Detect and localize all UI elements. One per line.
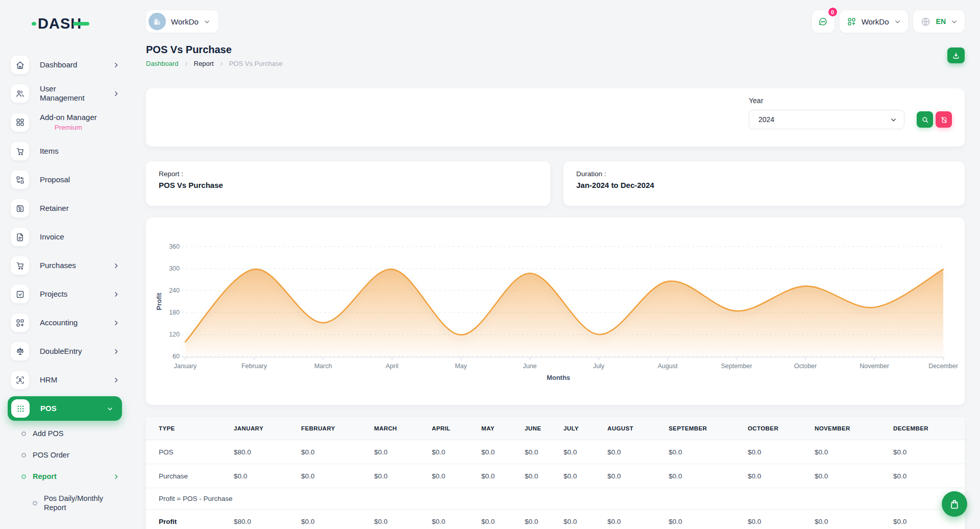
chart-card: 60120180240300360JanuaryFebruaryMarchApr… xyxy=(146,218,965,405)
sidebar-subitem-label: Report xyxy=(33,472,57,480)
sidebar-item-accounting[interactable]: Accounting xyxy=(0,308,133,337)
table-header-may: MAY xyxy=(481,417,525,440)
breadcrumb-link-dashboard[interactable]: Dashboard xyxy=(146,60,179,67)
chevron-right-icon xyxy=(113,291,119,298)
sidebar-subitem-report[interactable]: Report xyxy=(0,466,133,487)
table-header-row: TYPEJANUARYFEBRUARYMARCHAPRILMAYJUNEJULY… xyxy=(146,417,965,440)
table-header-october: OCTOBER xyxy=(748,417,815,440)
bullet-icon xyxy=(21,431,26,436)
chevron-right-icon xyxy=(184,61,189,66)
breadcrumb-item-report[interactable]: Report xyxy=(194,60,214,67)
table-cell: $0.0 xyxy=(815,464,893,488)
sidebar-item-add-on-manager[interactable]: Add-on ManagerPremium xyxy=(0,108,133,137)
row-label: Profit xyxy=(146,510,234,529)
table-cell: $0.0 xyxy=(748,464,815,488)
table-cell: $0.0 xyxy=(374,440,432,464)
sidebar-subitem-pos-daily-monthly-report[interactable]: Pos Daily/Monthly Report xyxy=(0,487,133,519)
chevron-right-icon xyxy=(113,62,119,68)
bullet-icon xyxy=(33,501,37,506)
table-header-january: JANUARY xyxy=(234,417,301,440)
year-select[interactable]: 2024 xyxy=(749,110,904,129)
table-row-pos: POS$80.0$0.0$0.0$0.0$0.0$0.0$0.0$0.0$0.0… xyxy=(146,440,965,464)
language-label: EN xyxy=(936,17,946,26)
search-button[interactable] xyxy=(917,111,933,128)
table-cell: $0.0 xyxy=(815,440,893,464)
summary-cards: Report : POS Vs Purchase Duration : Jan-… xyxy=(146,161,965,206)
table-header-december: DECEMBER xyxy=(893,417,965,440)
table-cell: $0.0 xyxy=(481,510,525,529)
table-header-april: APRIL xyxy=(432,417,481,440)
sidebar-subitem-add-pos[interactable]: Add POS xyxy=(0,423,133,444)
table-cell: $0.0 xyxy=(564,510,607,529)
chevron-right-icon xyxy=(113,262,119,269)
app-logo[interactable]: DASH xyxy=(32,15,133,32)
table-cell: $0.0 xyxy=(669,440,748,464)
reset-filter-button[interactable] xyxy=(936,111,952,128)
table-cell: $0.0 xyxy=(607,464,669,488)
sidebar-item-hrm[interactable]: HRM xyxy=(0,366,133,394)
sidebar-item-label: Proposal xyxy=(40,175,70,184)
apps-menu-button[interactable]: WorkDo xyxy=(840,10,908,33)
messages-button[interactable]: 0 xyxy=(812,10,835,33)
language-menu-button[interactable]: EN xyxy=(913,10,965,33)
table-header-november: NOVEMBER xyxy=(815,417,893,440)
sidebar-item-label: Invoice xyxy=(40,232,64,242)
building-icon xyxy=(152,16,162,27)
sidebar-subitem-pos-order[interactable]: POS Order xyxy=(0,444,133,466)
table-cell: $0.0 xyxy=(893,440,965,464)
company-switcher[interactable]: WorkDo xyxy=(146,10,218,33)
sidebar-item-retainer[interactable]: Retainer xyxy=(0,194,133,223)
svg-text:January: January xyxy=(174,363,197,370)
duration-summary-card: Duration : Jan-2024 to Dec-2024 xyxy=(564,161,965,206)
chevron-down-icon xyxy=(894,18,901,25)
logo-accent-icon xyxy=(32,22,36,26)
shopping-bag-icon xyxy=(949,498,960,510)
chevron-right-icon xyxy=(113,473,119,480)
pos-cart-fab[interactable] xyxy=(942,491,967,517)
sidebar-item-items[interactable]: Items xyxy=(0,137,133,165)
sidebar-item-invoice[interactable]: Invoice xyxy=(0,223,133,251)
sidebar-subitem-label: Add POS xyxy=(33,429,63,438)
duration-label: Duration : xyxy=(576,170,952,178)
sidebar-item-proposal[interactable]: Proposal xyxy=(0,165,133,194)
svg-text:June: June xyxy=(523,363,536,370)
table-cell: $0.0 xyxy=(607,510,669,529)
table-cell: $0.0 xyxy=(301,510,374,529)
svg-text:180: 180 xyxy=(169,309,180,316)
table-cell: $0.0 xyxy=(432,510,481,529)
table-cell: $0.0 xyxy=(374,510,432,529)
svg-text:Months: Months xyxy=(547,374,570,381)
table-header-june: JUNE xyxy=(525,417,564,440)
profit-formula-note: Profit = POS - Purchase xyxy=(146,488,965,510)
chevron-right-icon xyxy=(113,320,119,326)
chevron-right-icon xyxy=(219,61,224,66)
sidebar-item-user-management[interactable]: User Management xyxy=(0,79,133,108)
chevron-down-icon xyxy=(204,18,210,25)
sidebar-item-doubleentry[interactable]: DoubleEntry xyxy=(0,337,133,366)
sidebar-nav: DashboardUser ManagementAdd-on ManagerPr… xyxy=(0,51,133,519)
download-button[interactable] xyxy=(947,47,965,63)
bullet-icon xyxy=(21,474,26,479)
report-table-card: TYPEJANUARYFEBRUARYMARCHAPRILMAYJUNEJULY… xyxy=(146,417,965,529)
table-cell: $0.0 xyxy=(564,440,607,464)
grid-icon xyxy=(11,113,29,132)
table-row-profit: Profit$80.0$0.0$0.0$0.0$0.0$0.0$0.0$0.0$… xyxy=(146,510,965,529)
row-label: POS xyxy=(146,440,234,464)
report-label: Report : xyxy=(159,170,537,178)
sidebar-item-projects[interactable]: Projects xyxy=(0,280,133,308)
table-cell: $0.0 xyxy=(564,464,607,488)
page-title: POS Vs Purchase xyxy=(146,44,282,56)
sidebar-item-dashboard[interactable]: Dashboard xyxy=(0,51,133,79)
sidebar-item-purchases[interactable]: Purchases xyxy=(0,251,133,280)
chevron-right-icon xyxy=(113,348,119,355)
svg-text:240: 240 xyxy=(169,287,180,294)
svg-text:60: 60 xyxy=(173,353,180,360)
year-filter-label: Year xyxy=(749,97,952,105)
sidebar-subitem-label: POS Order xyxy=(33,451,69,459)
sidebar-item-pos[interactable]: POS xyxy=(8,396,122,421)
sidebar: DASH DashboardUser ManagementAdd-on Mana… xyxy=(0,0,133,529)
dots-grid-icon xyxy=(11,399,30,418)
table-cell: $0.0 xyxy=(301,440,374,464)
svg-text:April: April xyxy=(385,363,398,370)
sidebar-item-label: HRM xyxy=(40,375,57,384)
